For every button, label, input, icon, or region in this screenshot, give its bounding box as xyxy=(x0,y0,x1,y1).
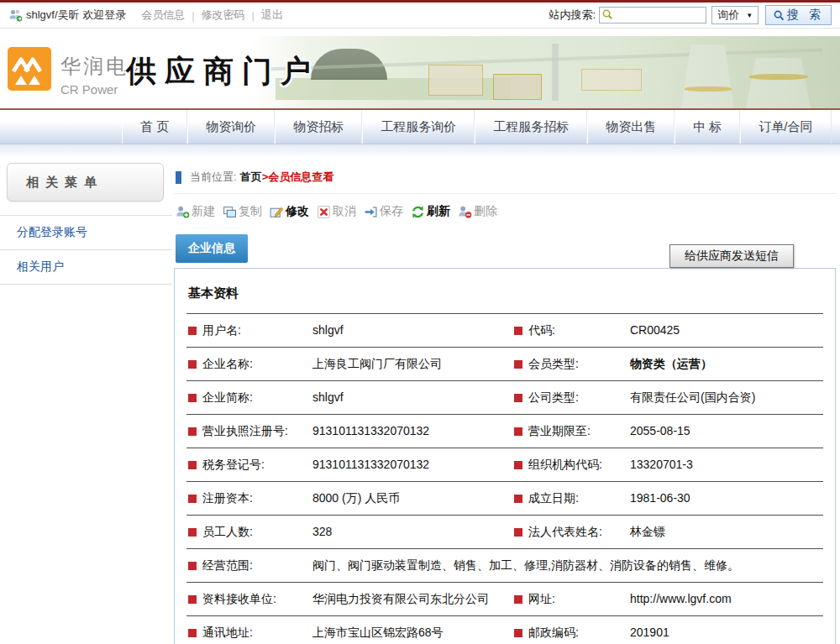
table-row: 用户名:shlgvf代码:CR00425 xyxy=(186,314,823,348)
field-label-text: 公司类型: xyxy=(528,390,579,404)
field-label-text: 企业简称: xyxy=(202,390,253,404)
search-button-label: 搜 索 xyxy=(787,8,824,23)
tab-company-info[interactable]: 企业信息 xyxy=(176,234,248,263)
table-row: 注册资本:8000 (万) 人民币成立日期:1981-06-30 xyxy=(186,482,823,516)
sidebar-item-0[interactable]: 分配登录账号 xyxy=(0,216,172,250)
field-value: 2055-08-15 xyxy=(628,415,823,448)
nav-item-6[interactable]: 中 标 xyxy=(675,110,740,144)
field-label-text: 员工人数: xyxy=(202,525,253,538)
table-row: 经营范围:阀门、阀门驱动装置制造、销售、加工、修理,消防器材、消防设备的销售、维… xyxy=(186,549,823,583)
field-label: 经营范围: xyxy=(186,549,311,583)
basic-info-table: 用户名:shlgvf代码:CR00425企业名称:上海良工阀门厂有限公司会员类型… xyxy=(186,313,823,644)
topbar-link-1[interactable]: 修改密码 xyxy=(202,8,245,23)
table-row: 员工人数:328法人代表姓名:林金镖 xyxy=(186,516,823,549)
search-category-dropdown[interactable]: 询价 ▼ xyxy=(711,6,759,24)
section-title-basic-info: 基本资料 xyxy=(186,269,823,313)
red-bullet-icon xyxy=(188,528,197,537)
field-label-text: 网址: xyxy=(528,592,555,605)
field-label: 通讯地址: xyxy=(186,616,311,644)
edit-icon xyxy=(270,205,284,219)
toolbar-delete-button[interactable]: 删除 xyxy=(458,204,497,219)
field-label-text: 营业执照注册号: xyxy=(202,424,288,437)
red-bullet-icon xyxy=(514,528,522,537)
nav-item-1[interactable]: 物资询价 xyxy=(187,110,275,144)
search-button-magnifier-icon xyxy=(773,9,785,22)
send-sms-to-supplier-button[interactable]: 给供应商发送短信 xyxy=(669,244,794,268)
field-label: 企业名称: xyxy=(186,348,311,381)
breadcrumb-marker-icon xyxy=(176,171,181,184)
search-category-value: 询价 xyxy=(717,8,739,23)
table-row: 企业名称:上海良工阀门厂有限公司会员类型:物资类（运营） xyxy=(186,348,823,381)
content-area: 相关菜单 分配登录账号相关用户 当前位置: 首页 >会员信息查看 新建复制修改取… xyxy=(0,158,840,644)
field-value: 上海市宝山区锦宏路68号 xyxy=(311,616,512,644)
nav-item-4[interactable]: 工程服务招标 xyxy=(475,110,587,144)
toolbar-new-user-button[interactable]: 新建 xyxy=(176,204,215,219)
sidebar-menu: 分配登录账号相关用户 xyxy=(0,215,172,285)
breadcrumb-home-link[interactable]: 首页 xyxy=(240,170,262,185)
field-label: 网址: xyxy=(512,583,628,616)
field-value: CR00425 xyxy=(628,314,823,348)
field-label: 代码: xyxy=(512,314,628,348)
toolbar-save-button[interactable]: 保存 xyxy=(364,204,403,219)
supplier-portal-page: { "topbar": { "user": "shlgvf/吴昕 欢迎登录", … xyxy=(0,0,840,644)
field-value: 华润电力投资有限公司东北分公司 xyxy=(311,583,512,616)
field-label: 税务登记号: xyxy=(186,448,311,482)
table-row: 企业简称:shlgvf公司类型:有限责任公司(国内合资) xyxy=(186,381,823,415)
logged-in-users-icon xyxy=(8,8,23,22)
save-icon xyxy=(364,205,378,219)
field-value: shlgvf xyxy=(311,314,512,348)
toolbar-copy-button[interactable]: 复制 xyxy=(223,204,262,219)
topbar-link-0[interactable]: 会员信息 xyxy=(141,8,185,23)
field-label: 邮政编码: xyxy=(512,616,628,644)
main-panel: 当前位置: 首页 >会员信息查看 新建复制修改取消保存刷新删除 企业信息 给供应… xyxy=(172,158,840,644)
field-value: 物资类（运营） xyxy=(628,348,823,381)
sidebar-item-1[interactable]: 相关用户 xyxy=(0,250,172,285)
cancel-icon xyxy=(317,205,331,219)
field-label: 注册资本: xyxy=(186,482,311,516)
red-bullet-icon xyxy=(188,595,197,604)
red-bullet-icon xyxy=(188,562,197,570)
red-bullet-icon xyxy=(514,595,522,604)
nav-item-0[interactable]: 首 页 xyxy=(122,110,187,144)
field-label: 营业期限至: xyxy=(512,415,628,448)
nav-item-2[interactable]: 物资招标 xyxy=(275,110,362,144)
field-value: 913101131332070132 xyxy=(311,448,512,482)
field-label: 会员类型: xyxy=(512,348,628,381)
site-search-input[interactable] xyxy=(599,7,706,24)
topbar-link-divider: | xyxy=(252,9,255,22)
logged-in-user-text: shlgvf/吴昕 欢迎登录 xyxy=(26,8,126,23)
top-user-bar: shlgvf/吴昕 欢迎登录 会员信息|修改密码|退出 站内搜索: 询价 ▼ 搜… xyxy=(0,3,840,29)
field-value: 328 xyxy=(311,516,512,549)
field-label-text: 邮政编码: xyxy=(528,626,579,639)
field-value: 8000 (万) 人民币 xyxy=(311,482,512,516)
site-search-label: 站内搜索: xyxy=(549,8,596,23)
field-value: 913101131332070132 xyxy=(311,415,512,448)
field-label-text: 资料接收单位: xyxy=(202,592,276,605)
site-search-wrap xyxy=(599,7,706,24)
red-bullet-icon xyxy=(514,461,522,469)
field-label-text: 会员类型: xyxy=(528,357,579,370)
search-button[interactable]: 搜 索 xyxy=(765,5,832,25)
field-label: 成立日期: xyxy=(512,482,628,516)
toolbar-cancel-button[interactable]: 取消 xyxy=(317,204,356,219)
main-navigation: 首 页物资询价物资招标工程服务询价工程服务招标物资出售中 标订单/合同 xyxy=(0,110,840,144)
field-label: 营业执照注册号: xyxy=(186,415,311,448)
toolbar-refresh-button[interactable]: 刷新 xyxy=(411,204,450,219)
nav-item-3[interactable]: 工程服务询价 xyxy=(362,110,475,144)
field-label: 员工人数: xyxy=(186,516,311,549)
red-bullet-icon xyxy=(188,461,197,469)
toolbar-button-label: 删除 xyxy=(474,204,497,219)
topbar-link-2[interactable]: 退出 xyxy=(261,8,283,23)
tab-row: 企业信息 给供应商发送短信 xyxy=(174,233,836,268)
header-banner: 华润电力 CR Power 供应商门户 xyxy=(0,36,840,110)
topbar-links: 会员信息|修改密码|退出 xyxy=(134,8,290,23)
nav-item-7[interactable]: 订单/合同 xyxy=(740,110,831,144)
field-value: http://www.lgvf.com xyxy=(628,583,823,616)
nav-item-5[interactable]: 物资出售 xyxy=(587,110,675,144)
sidebar: 相关菜单 分配登录账号相关用户 xyxy=(0,158,172,644)
toolbar-edit-button[interactable]: 修改 xyxy=(270,204,309,219)
table-row: 通讯地址:上海市宝山区锦宏路68号邮政编码:201901 xyxy=(186,616,823,644)
field-label-text: 成立日期: xyxy=(528,491,579,505)
field-label-text: 组织机构代码: xyxy=(528,458,602,471)
field-label-text: 通讯地址: xyxy=(202,626,253,639)
